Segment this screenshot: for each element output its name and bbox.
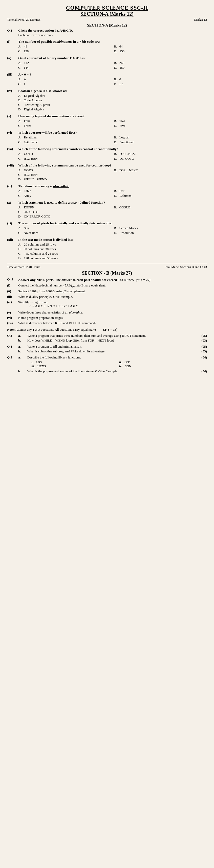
option-iv-b: B. Code Algebra (18, 98, 207, 102)
sb-text-ii: Subtract 11012 from 100102 using 2's com… (18, 289, 207, 294)
option-vii-b: B. FOR...NEXT (114, 152, 207, 156)
option-x-d: D. ON ERROR GOTO (18, 214, 207, 219)
footer-time: Time allowed: 2:40 Hours (7, 265, 40, 269)
page: COMPUTER SCIENCE SSC-II SECTION-A (Marks… (0, 0, 214, 868)
sb-text-vii: What is difference between KILL and DELE… (18, 321, 207, 325)
footer-total: Total Marks Sections B and C: 43 (164, 265, 207, 269)
question-v: (v) How many types of documentation are … (7, 114, 207, 128)
option-v-a: A. Four (18, 119, 111, 123)
qnum-iv: (iv) (7, 89, 16, 93)
q3b-marks: (03) (200, 339, 207, 343)
q4b-marks: (03) (200, 349, 207, 353)
qtext-iii: A + 0 = ? (18, 72, 207, 76)
qtext-ii: Octal equivalent of binary number 110001… (18, 56, 207, 60)
sb-text-iii: What is duality principle? Give Example. (18, 295, 207, 299)
q1-instruction: Circle the correct option i.e. A/B/C/D. (18, 29, 73, 33)
question-x: (x) Which statement is used to define a … (7, 200, 207, 219)
question-i: (i) The number of possible combinations … (7, 40, 207, 54)
option-x-a: A. DEFFN (18, 205, 111, 210)
option-i-b: B. 64 (114, 44, 207, 49)
q5-num: Q.5 (7, 355, 16, 373)
sb-q-vi: (vi) Name program preparation stages. (7, 316, 207, 320)
sb-text-vi: Name program preparation stages. (18, 316, 207, 320)
q3a-marks: (05) (200, 334, 207, 338)
qtext-i: The number of possible combinations in a… (18, 40, 207, 44)
note-text: Attempt any TWO questions. All questions… (16, 328, 98, 332)
sb-num-v: (v) (7, 310, 16, 314)
qnum-viii: (viii) (7, 163, 16, 167)
option-viii-b: B. FOR... NEXT (114, 168, 207, 173)
section-b-heading: SECTION - B (Marks 27) (7, 271, 207, 276)
func-iii: iii. HEXS (31, 364, 119, 368)
options-v: A. Four B. Two C. Three D. Five (18, 119, 207, 128)
q4a-subnum: a. (18, 345, 27, 349)
option-vii-c: C. IF...THEN (18, 156, 111, 161)
q1-label: Q.1 (7, 29, 16, 39)
marks-label: Marks: 12 (194, 18, 207, 22)
section-a-heading: SECTION-A (Marks 12) (7, 23, 207, 28)
options-viii: A. GOTO B. FOR... NEXT C. IF...THEN D. W… (18, 168, 207, 182)
sb-num-i: (i) (7, 283, 16, 288)
question-iv: (iv) Boolean algebra is also known as: A… (7, 89, 207, 112)
q4b-text: What is subroutine subprogram? Write dow… (27, 349, 200, 353)
option-v-d: D. Five (114, 124, 207, 128)
question-viii: (viii) Which of the following statements… (7, 163, 207, 182)
qnum-ii: (ii) (7, 56, 16, 60)
option-i-c: C. 128 (18, 49, 111, 54)
option-iii-b: B. 0 (114, 77, 207, 82)
question-ix: (ix) Two dimension array is also called:… (7, 184, 207, 198)
qnum-vii: (vii) (7, 147, 16, 151)
question-vi: (vi) Which operator will be performed fi… (7, 131, 207, 145)
option-xi-a: A. Size (18, 226, 111, 230)
sb-q-ii: (ii) Subtract 11012 from 100102 using 2'… (7, 289, 207, 294)
option-xii-a: A. 20 columns and 25 rows (18, 242, 207, 247)
options-i: A. 49 B. 64 C. 128 D. 256 (18, 44, 207, 54)
sb-q-i: (i) Convert the Hexadecimal number (5AB)… (7, 283, 207, 288)
functions-grid: i. ABS ii. INT iii. HEXS iv. SGN (31, 360, 207, 368)
option-i-a: A. 49 (18, 44, 111, 49)
options-xi: A. Size B. Screen Modes C. No of lines D… (18, 226, 207, 235)
qnum-vi: (vi) (7, 131, 16, 135)
option-v-b: B. Two (114, 119, 207, 123)
q4b-subnum: b. (18, 349, 27, 353)
options-x: A. DEFFN B. GOSUB C. ON GOTO D. ON ERROR… (18, 205, 207, 219)
qnum-xi: (xi) (7, 221, 16, 225)
sb-num-ii: (ii) (7, 289, 16, 294)
options-iii: A. A B. 0 C. 1 D. 0.1 (18, 77, 207, 86)
q3b-text: How does WHILE—WEND loop differ from FOR… (27, 339, 200, 343)
option-iv-a: A. Logical Algebra (18, 93, 207, 98)
option-vi-c: C. Arithmetic (18, 140, 111, 145)
option-xi-c: C. No of lines (18, 230, 111, 235)
sb-num-iv: (iv) (7, 300, 16, 309)
sb-q-vii: (vii) What is difference between KILL an… (7, 321, 207, 325)
qnum-ix: (ix) (7, 184, 16, 188)
q5b-text: What is the purpose and syntax of the li… (27, 369, 200, 373)
time-marks-row: Time allowed: 20 Minutes Marks: 12 (7, 18, 207, 22)
qnum-iii: (iii) (7, 72, 16, 76)
option-iii-c: C. 1 (18, 82, 111, 86)
question-vii: (vii) Which of the following statements … (7, 147, 207, 161)
header-title: COMPUTER SCIENCE SSC-II (7, 4, 207, 11)
qtext-viii: Which of the following statements can be… (18, 163, 207, 167)
option-ix-b: B. List (114, 189, 207, 193)
note-marks: (2×8 = 16) (103, 328, 117, 332)
question-xii: (xii) In the text mode screen is divided… (7, 238, 207, 260)
options-vi: A. Relational B. Logical C. Arithmetic D… (18, 135, 207, 145)
q5b-marks: (04) (200, 369, 207, 373)
q5a-subnum: a. (18, 355, 27, 360)
formula-iv: F = A.B.C + A.B.C + A.B.C + A.B.C (29, 304, 78, 308)
q4-block: Q.4 a. Write a program to fill and print… (7, 345, 207, 353)
qtext-xi: The number of pixels horizontally and ve… (18, 221, 207, 225)
option-ix-a: A. Table (18, 189, 111, 193)
option-ii-b: B. 262 (114, 61, 207, 65)
q2-instruction: Answer any NINE parts. The answer to eac… (18, 278, 151, 282)
section-a-questions: (i) The number of possible combinations … (7, 40, 207, 260)
options-ix: A. Table B. List C. Array D. Columns (18, 189, 207, 198)
q3-block: Q.3 a. Write a program that prints three… (7, 334, 207, 343)
option-x-c: C. ON GOTO (18, 210, 207, 214)
header-section-a-title: SECTION-A (Marks 12) (7, 11, 207, 17)
option-iv-c: C. · Switching Algebra (18, 102, 207, 107)
sb-text-v: Write down three characteristics of an a… (18, 310, 207, 314)
option-iv-d: D. Digital Algebra (18, 107, 207, 112)
sb-q-v: (v) Write down three characteristics of … (7, 310, 207, 314)
